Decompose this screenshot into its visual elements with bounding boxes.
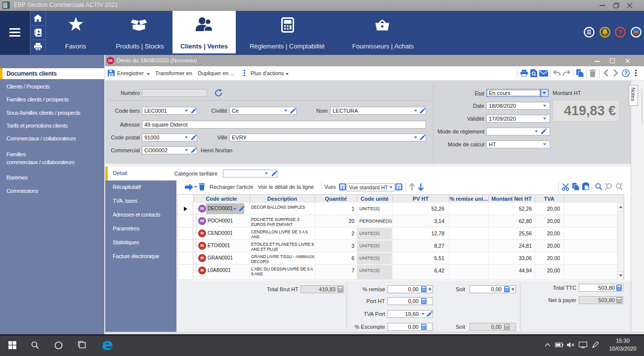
svg-text:?: ? [624, 71, 627, 76]
svg-text:?: ? [618, 29, 622, 36]
